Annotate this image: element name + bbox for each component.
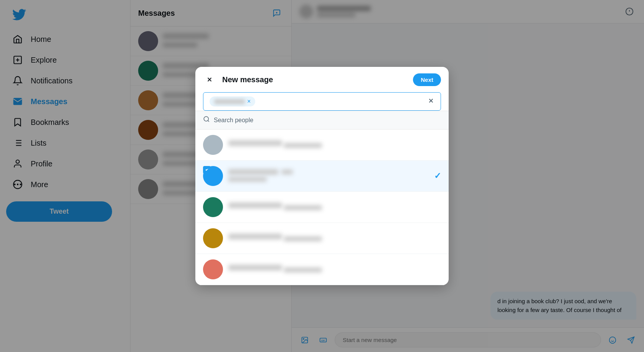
person-info (228, 140, 441, 149)
avatar (203, 197, 223, 217)
person-name (228, 169, 278, 175)
modal-search-area (195, 111, 449, 130)
person-list-item[interactable]: ✓ (195, 161, 449, 192)
people-search-input[interactable] (214, 117, 441, 124)
person-list-item[interactable] (195, 130, 449, 161)
person-name (228, 203, 282, 208)
person-info (228, 265, 441, 274)
avatar (203, 259, 223, 279)
person-info (228, 169, 434, 183)
person-name (228, 234, 282, 239)
avatar (203, 135, 223, 155)
avatar (203, 166, 223, 186)
modal-title: New message (222, 75, 273, 84)
modal-header-left: New message (203, 73, 273, 86)
new-message-modal: New message Next × (195, 67, 449, 285)
tag-label (214, 99, 245, 104)
person-handle (284, 143, 322, 148)
person-list-item[interactable] (195, 223, 449, 254)
person-list-item[interactable] (195, 192, 449, 223)
person-name (228, 265, 282, 271)
avatar (203, 228, 223, 248)
selected-tags-area: × (203, 92, 441, 111)
selected-checkmark: ✓ (434, 171, 441, 181)
svg-line-33 (208, 120, 209, 121)
person-handle (284, 236, 322, 241)
person-info (228, 234, 441, 243)
tag-remove-button[interactable]: × (247, 98, 251, 105)
svg-point-32 (204, 116, 208, 121)
person-badge (281, 169, 293, 174)
person-list-item[interactable] (195, 254, 449, 285)
modal-header: New message Next (195, 67, 449, 92)
next-button[interactable]: Next (413, 73, 441, 86)
close-button[interactable] (203, 73, 216, 86)
people-list: ✓ (195, 130, 449, 285)
tag-clear-button[interactable] (428, 97, 434, 106)
person-name (228, 140, 282, 146)
person-handle (228, 177, 267, 182)
modal-overlay: New message Next × (0, 0, 644, 352)
selected-person-tag: × (210, 96, 255, 106)
search-icon (203, 116, 210, 125)
person-info (228, 203, 441, 212)
person-handle (284, 267, 322, 272)
person-handle (284, 205, 322, 210)
